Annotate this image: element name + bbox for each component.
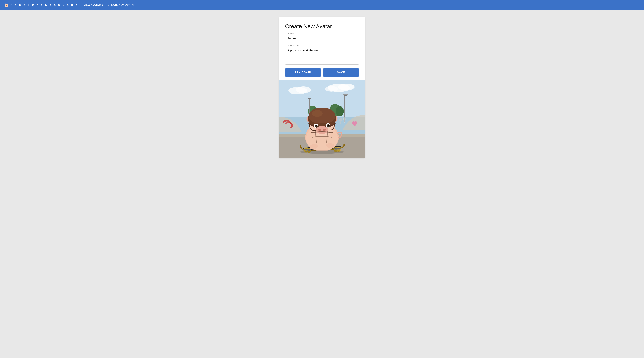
avatar-image	[279, 80, 365, 158]
svg-point-62	[327, 124, 330, 127]
name-label: Name	[287, 32, 294, 35]
create-avatar-card: Create New Avatar Name description A pig…	[279, 17, 365, 158]
brand: 🐷 B e n s T e c h K n o w D e m o	[4, 3, 78, 7]
svg-point-54	[308, 107, 336, 124]
svg-point-12	[336, 106, 344, 116]
navbar: 🐷 B e n s T e c h K n o w D e m o VIEW A…	[0, 0, 644, 10]
main-content: Create New Avatar Name description A pig…	[0, 10, 644, 165]
brand-text: B e n s T e c h K n o w D e m o	[10, 3, 78, 7]
name-input[interactable]	[285, 34, 359, 43]
svg-point-60	[317, 125, 318, 126]
svg-point-5	[338, 84, 354, 90]
svg-point-65	[316, 126, 328, 134]
svg-rect-14	[308, 98, 311, 99]
svg-point-64	[329, 125, 330, 125]
description-label: description	[287, 44, 299, 47]
svg-point-55	[312, 110, 322, 117]
svg-point-70	[300, 150, 344, 154]
svg-rect-28	[340, 121, 342, 124]
svg-rect-17	[343, 94, 348, 95]
nav-link-view-avatars[interactable]: VIEW AVATAR'S	[84, 4, 103, 6]
description-textarea[interactable]: A pig riding a skateboard	[285, 46, 359, 65]
svg-rect-45	[334, 148, 341, 149]
svg-point-29	[343, 117, 346, 121]
action-buttons: TRY AGAIN SAVE	[285, 68, 359, 77]
avatar-image-container	[279, 80, 365, 158]
name-field-wrapper: Name	[285, 34, 359, 43]
svg-point-27	[339, 118, 342, 121]
svg-point-6	[325, 86, 338, 92]
svg-point-3	[296, 86, 311, 93]
svg-rect-44	[304, 149, 311, 150]
brand-icon: 🐷	[4, 3, 9, 7]
page-title: Create New Avatar	[285, 23, 359, 30]
svg-point-67	[323, 129, 326, 131]
nav-links: VIEW AVATAR'S CREATE NEW AVATAR	[84, 4, 135, 6]
svg-point-66	[318, 129, 321, 131]
save-button[interactable]: SAVE	[323, 68, 359, 77]
nav-link-create-new-avatar[interactable]: CREATE NEW AVATAR	[108, 4, 135, 6]
svg-rect-30	[344, 121, 345, 123]
svg-point-58	[315, 125, 318, 128]
description-field-wrapper: description A pig riding a skateboard	[285, 46, 359, 65]
try-again-button[interactable]: TRY AGAIN	[285, 68, 321, 77]
